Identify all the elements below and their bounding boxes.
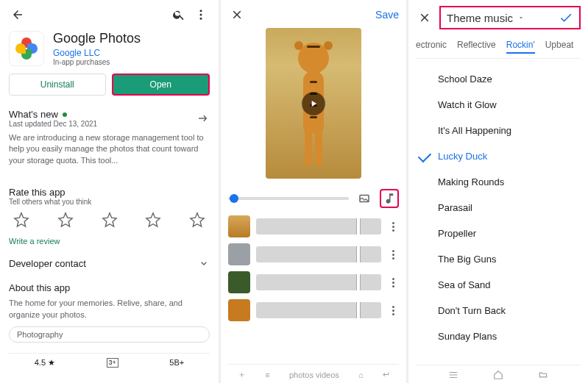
whats-new-row[interactable]: What's new Last updated Dec 13, 2021 xyxy=(9,109,210,128)
clip-more-icon[interactable] xyxy=(387,306,399,315)
chevron-down-icon xyxy=(517,14,525,21)
chevron-down-icon xyxy=(198,257,210,269)
scrubber[interactable] xyxy=(228,197,349,200)
about-row[interactable]: About this app xyxy=(9,282,210,293)
song-item[interactable]: Propeller xyxy=(416,221,581,246)
clip-bar[interactable] xyxy=(256,246,381,262)
google-photos-logo xyxy=(17,39,36,58)
editor-bottom-bar: ＋ ≡ photos videos ⌂ ↩ xyxy=(228,364,399,383)
iap-note: In-app purchases xyxy=(53,58,141,66)
star-1[interactable] xyxy=(13,212,29,228)
genre-tabs: ectronicReflectiveRockin'Upbeat xyxy=(416,40,581,59)
theme-music-pane: Theme music ectronicReflectiveRockin'Upb… xyxy=(408,0,588,383)
tab-ectronic[interactable]: ectronic xyxy=(416,40,447,54)
clip-bar[interactable] xyxy=(256,302,381,318)
play-store-pane: Google Photos Google LLC In-app purchase… xyxy=(0,0,221,383)
about-desc: The home for your memories. Relive, shar… xyxy=(9,298,210,321)
whats-new-label: What's new xyxy=(9,109,58,120)
back-icon[interactable] xyxy=(9,6,26,24)
last-updated: Last updated Dec 13, 2021 xyxy=(9,120,97,128)
rate-sub: Tell others what you think xyxy=(9,198,210,206)
clip-more-icon[interactable] xyxy=(387,222,399,232)
dropdown-label: Theme music xyxy=(447,12,513,24)
developer-contact-label: Developer contact xyxy=(9,258,86,269)
tab-rockin[interactable]: Rockin' xyxy=(506,40,535,54)
star-5[interactable] xyxy=(189,212,205,228)
top-bar xyxy=(9,6,210,24)
clip-thumb[interactable] xyxy=(228,243,250,265)
svg-point-2 xyxy=(200,18,202,20)
publisher-link[interactable]: Google LLC xyxy=(53,48,141,58)
aspect-icon[interactable] xyxy=(355,189,374,208)
add-icon[interactable]: ＋ xyxy=(238,369,246,380)
undo-icon[interactable]: ↩ xyxy=(383,370,389,379)
stat-age: 3+ xyxy=(107,358,118,368)
song-item[interactable]: School Daze xyxy=(416,66,581,92)
song-item[interactable]: Lucky Duck xyxy=(416,143,581,169)
song-item[interactable]: The Big Guns xyxy=(416,246,581,272)
developer-contact-row[interactable]: Developer contact xyxy=(9,257,210,269)
clip-thumb[interactable] xyxy=(228,215,250,237)
whats-new-desc: We are introducing a new storage managem… xyxy=(9,132,210,166)
song-item[interactable]: Sea of Sand xyxy=(416,272,581,298)
song-item[interactable]: Don't Turn Back xyxy=(416,298,581,323)
music-source-dropdown[interactable]: Theme music xyxy=(439,6,581,29)
nav-bar xyxy=(416,365,581,383)
music-icon[interactable] xyxy=(380,189,399,208)
clip-row xyxy=(228,271,399,293)
song-item[interactable]: Watch it Glow xyxy=(416,92,581,118)
confirm-check-icon[interactable] xyxy=(559,10,573,25)
song-item[interactable]: Parasail xyxy=(416,195,581,221)
chevron-right-icon xyxy=(196,112,210,125)
app-header: Google Photos Google LLC In-app purchase… xyxy=(9,31,210,66)
tab-reflective[interactable]: Reflective xyxy=(457,40,496,54)
clip-row xyxy=(228,243,399,265)
clip-thumb[interactable] xyxy=(228,271,250,293)
song-item[interactable]: Sunday Plans xyxy=(416,323,581,349)
close-icon[interactable] xyxy=(228,6,246,24)
clip-bar[interactable] xyxy=(256,218,381,235)
clip-list xyxy=(228,215,399,321)
video-preview[interactable] xyxy=(266,28,361,179)
about-title: About this app xyxy=(9,282,70,293)
open-button[interactable]: Open xyxy=(112,74,210,96)
star-3[interactable] xyxy=(102,212,118,228)
movie-editor-pane: Save xyxy=(221,0,408,383)
stats-row: 4.5 ★ 3+ 5B+ xyxy=(9,353,210,368)
stat-rating: 4.5 ★ xyxy=(35,358,55,368)
clip-row xyxy=(228,299,399,321)
more-icon[interactable] xyxy=(192,6,210,24)
star-4[interactable] xyxy=(145,212,161,228)
save-button[interactable]: Save xyxy=(375,9,399,21)
app-icon xyxy=(9,31,44,66)
app-title: Google Photos xyxy=(53,31,141,46)
clip-row xyxy=(228,215,399,237)
stat-downloads: 5B+ xyxy=(169,358,184,368)
star-row xyxy=(9,206,210,234)
uninstall-button[interactable]: Uninstall xyxy=(9,74,106,96)
menu-icon[interactable]: ≡ xyxy=(265,371,269,379)
nav-home-icon[interactable] xyxy=(491,370,506,380)
clip-bar[interactable] xyxy=(256,274,381,290)
clip-more-icon[interactable] xyxy=(387,250,399,259)
bottom-text: photos videos xyxy=(289,371,339,379)
close-icon[interactable] xyxy=(416,9,433,26)
svg-point-1 xyxy=(200,14,202,16)
clip-thumb[interactable] xyxy=(228,299,250,321)
category-chip[interactable]: Photography xyxy=(9,326,210,343)
song-list: School DazeWatch it GlowIt's All Happeni… xyxy=(416,66,581,349)
play-icon[interactable] xyxy=(302,92,325,115)
star-2[interactable] xyxy=(57,212,74,228)
song-item[interactable]: Making Rounds xyxy=(416,169,581,195)
search-icon[interactable] xyxy=(170,6,188,24)
nav-menu-icon[interactable] xyxy=(446,370,461,380)
clip-more-icon[interactable] xyxy=(387,278,399,287)
song-item[interactable]: It's All Happening xyxy=(416,118,581,143)
nav-back-icon[interactable] xyxy=(536,370,550,380)
new-dot-icon xyxy=(63,112,67,117)
write-review-link[interactable]: Write a review xyxy=(9,237,210,246)
rate-title: Rate this app xyxy=(9,187,210,198)
home-icon[interactable]: ⌂ xyxy=(358,371,364,379)
svg-point-0 xyxy=(200,10,202,12)
tab-upbeat[interactable]: Upbeat xyxy=(545,40,574,54)
